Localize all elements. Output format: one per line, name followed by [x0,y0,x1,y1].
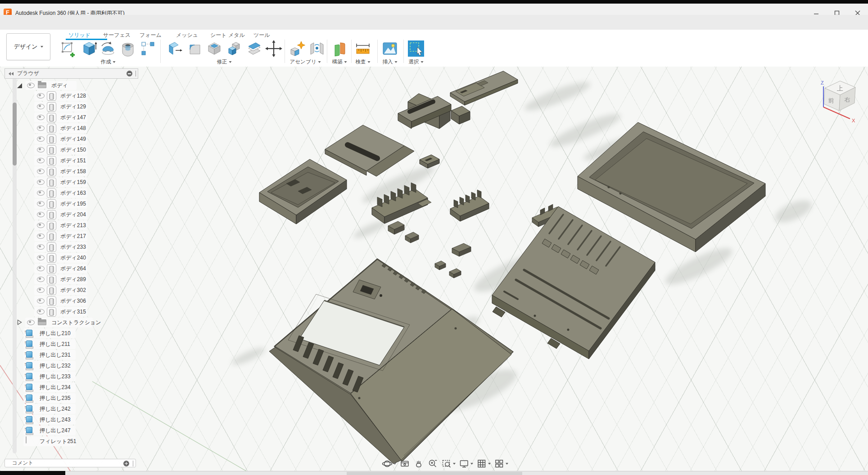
visibility-eye-icon[interactable] [37,169,45,174]
visibility-eye-icon[interactable] [37,244,45,250]
feature-row[interactable]: 押し出し234 [0,382,144,393]
part-cassette-frame[interactable] [259,159,347,224]
group-label-create[interactable]: 作成 [101,58,116,65]
pan-hand-icon[interactable] [412,458,425,469]
visibility-eye-icon[interactable] [37,277,45,282]
visibility-eye-icon[interactable] [37,223,45,228]
comment-input[interactable]: コメント [5,459,136,467]
visibility-eye-icon[interactable] [37,190,45,196]
body-row[interactable]: ボディ159 [0,177,144,188]
visibility-eye-icon[interactable] [27,83,35,88]
part-bottom-tray[interactable] [578,122,765,252]
insert-canvas-icon[interactable] [381,40,399,58]
create-sketch-icon[interactable] [59,40,77,58]
body-row[interactable]: ボディ128 [0,90,144,101]
part-battery-cover[interactable] [450,71,518,105]
feature-row[interactable]: 押し出し235 [0,393,144,403]
select-icon[interactable] [407,40,425,58]
visibility-eye-icon[interactable] [37,255,45,260]
viewports-icon[interactable] [493,458,509,469]
construct-plane-icon[interactable] [330,40,348,58]
visibility-eye-icon[interactable] [37,93,45,99]
feature-row[interactable]: 押し出し210 [0,328,144,339]
shell-icon[interactable] [205,40,223,58]
feature-row[interactable]: フィレット251 [0,436,144,447]
group-label-select[interactable]: 選択 [409,58,424,65]
viewcube[interactable]: 上 前 右 Z X [809,68,868,136]
group-label-insert[interactable]: 挿入 [383,58,398,65]
body-row[interactable]: ボディ213 [0,220,144,231]
orbit-icon[interactable] [381,458,397,469]
feature-row[interactable]: 押し出し242 [0,403,144,414]
pattern-icon[interactable] [139,40,157,58]
hole-icon[interactable] [119,40,137,58]
add-comment-icon[interactable] [123,461,129,466]
group-label-construct[interactable]: 構築 [332,58,347,65]
visibility-eye-icon[interactable] [37,287,45,293]
new-component-icon[interactable] [288,40,306,58]
zoom-icon[interactable] [426,458,439,469]
body-row[interactable]: ボディ306 [0,296,144,306]
tab-surface[interactable]: サーフェス [103,31,131,39]
tab-form[interactable]: フォーム [140,31,162,39]
revolve-icon[interactable] [99,40,117,58]
visibility-eye-icon[interactable] [37,104,45,109]
expand-triangle-icon[interactable] [17,83,22,88]
visibility-eye-icon[interactable] [37,233,45,239]
part-door-plate[interactable] [325,125,414,176]
combine-icon[interactable] [225,40,243,58]
feature-row[interactable]: 押し出し233 [0,371,144,382]
visibility-eye-icon[interactable] [37,147,45,152]
part-keyboard-panel[interactable] [492,206,655,359]
body-row[interactable]: ボディ148 [0,123,144,134]
title-bar[interactable]: F Autodesk Fusion 360 (個人用 - 商用利用不可) [0,4,868,15]
tab-solid[interactable]: ソリッド [68,31,90,39]
body-row[interactable]: ボディ240 [0,252,144,263]
body-row[interactable]: ボディ149 [0,134,144,144]
joint-icon[interactable] [308,40,326,58]
visibility-eye-icon[interactable] [37,158,45,163]
display-settings-icon[interactable] [458,458,474,469]
visibility-eye-icon[interactable] [37,212,45,217]
browser-opacity-icon[interactable] [127,71,132,76]
body-row[interactable]: ボディ204 [0,209,144,220]
body-row[interactable]: ボディ217 [0,231,144,242]
tab-sheetmetal[interactable]: シート メタル [210,31,245,39]
part-small-block[interactable] [420,155,439,168]
feature-row[interactable]: 押し出し243 [0,414,144,425]
feature-row[interactable]: 押し出し247 [0,425,144,436]
visibility-eye-icon[interactable] [37,309,45,314]
tab-tools[interactable]: ツール [253,31,270,39]
construction-folder-row[interactable]: コンストラクション [0,317,144,328]
grid-settings-icon[interactable] [475,458,492,469]
browser-resize-handle[interactable] [136,71,136,76]
body-row[interactable]: ボディ195 [0,198,144,209]
body-row[interactable]: ボディ129 [0,101,144,112]
extrude-icon[interactable] [79,40,97,58]
visibility-eye-icon[interactable] [37,115,45,120]
body-row[interactable]: ボディ158 [0,166,144,177]
group-label-modify[interactable]: 修正 [217,58,232,65]
visibility-eye-icon[interactable] [37,201,45,206]
feature-row[interactable]: 押し出し232 [0,360,144,371]
group-label-assemble[interactable]: アセンブリ [290,58,321,65]
body-row[interactable]: ボディ302 [0,285,144,296]
visibility-eye-icon[interactable] [37,266,45,271]
comment-resize-handle[interactable] [133,461,133,466]
feature-row[interactable]: 押し出し211 [0,339,144,350]
press-pull-icon[interactable] [166,40,184,58]
browser-header[interactable]: ブラウザ [5,68,138,79]
body-row[interactable]: ボディ163 [0,188,144,198]
offset-face-icon[interactable] [245,40,263,58]
bodies-folder-row[interactable]: ボディ [0,81,144,90]
body-row[interactable]: ボディ150 [0,144,144,155]
visibility-eye-icon[interactable] [37,298,45,304]
body-row[interactable]: ボディ289 [0,274,144,285]
part-key-rack-small[interactable] [450,190,489,221]
body-row[interactable]: ボディ264 [0,263,144,274]
fillet-icon[interactable] [185,40,203,58]
measure-icon[interactable] [354,40,372,58]
move-icon[interactable] [265,40,283,58]
tab-mesh[interactable]: メッシュ [176,31,198,39]
visibility-eye-icon[interactable] [37,125,45,131]
